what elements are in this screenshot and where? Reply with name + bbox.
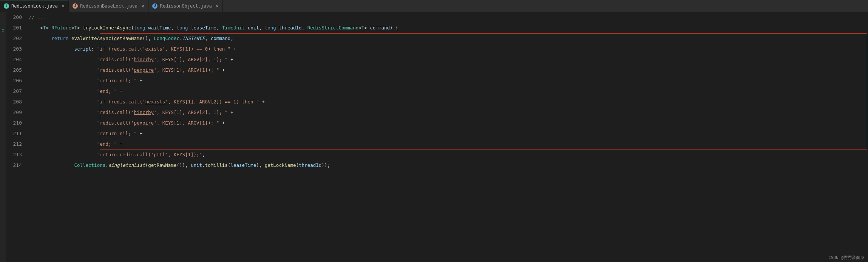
- tab-label-1: RedissonLock.java: [11, 3, 58, 9]
- tab-redissonbaselock[interactable]: J RedissonBaseLock.java ×: [69, 0, 148, 12]
- line-num-213: 213: [6, 149, 22, 160]
- code-line-200: // ...: [29, 12, 868, 23]
- tab-redissonlock[interactable]: J RedissonLock.java ×: [0, 0, 69, 12]
- line-num-205: 205: [6, 65, 22, 76]
- side-indicator-2: ⊙: [2, 25, 5, 35]
- code-line-208: "if (redis.call('hexists', KEYS[1], ARGV…: [29, 97, 868, 107]
- code-line-213: "return redis.call('pttl', KEYS[1]);",: [29, 149, 868, 160]
- tab-icon-1: J: [4, 3, 9, 9]
- side-icons: ⊙: [0, 12, 6, 262]
- line-numbers: 200 201 202 203 204 205 206 207 208 209 …: [6, 12, 25, 262]
- line-num-202: 202: [6, 33, 22, 44]
- line-num-204: 204: [6, 54, 22, 65]
- line-num-209: 209: [6, 107, 22, 118]
- line-num-201: 201: [6, 23, 22, 33]
- line-num-203: 203: [6, 44, 22, 54]
- line-num-206: 206: [6, 76, 22, 86]
- code-line-204: "redis.call('hincrby', KEYS[1], ARGV[2],…: [29, 54, 868, 65]
- line-num-208: 208: [6, 97, 22, 107]
- tab-redissonobject[interactable]: J RedissonObject.java ×: [148, 0, 223, 12]
- tab-icon-2: J: [73, 3, 78, 9]
- code-line-203: script: "if (redis.call('exists', KEYS[1…: [29, 44, 868, 54]
- tab-close-2[interactable]: ×: [141, 3, 144, 9]
- line-num-200: 200: [6, 12, 22, 23]
- code-line-209: "redis.call('hincrby', KEYS[1], ARGV[2],…: [29, 107, 868, 118]
- tabs-bar: J RedissonLock.java × J RedissonBaseLock…: [0, 0, 868, 12]
- csdn-watermark: CSDN @秃秃爱健身: [828, 255, 864, 260]
- code-line-211: "return nil; " +: [29, 128, 868, 139]
- code-line-202: return evalWriteAsync(getRawName(), Long…: [29, 33, 868, 44]
- tab-close-1[interactable]: ×: [62, 3, 65, 9]
- code-line-201: <T> RFuture<T> tryLockInnerAsync(long wa…: [29, 23, 868, 33]
- line-num-207: 207: [6, 86, 22, 97]
- line-num-214: 214: [6, 160, 22, 171]
- line-num-210: 210: [6, 118, 22, 128]
- code-area: ⊙ 200 201 202 203 204 205 206 207 208 20…: [0, 12, 868, 262]
- code-content: // ... <T> RFuture<T> tryLockInnerAsync(…: [25, 12, 868, 262]
- tab-label-3: RedissonObject.java: [160, 3, 212, 9]
- tab-label-2: RedissonBaseLock.java: [80, 3, 137, 9]
- code-line-207: "end; " +: [29, 86, 868, 97]
- code-line-206: "return nil; " +: [29, 76, 868, 86]
- code-line-205: "redis.call('pexpire', KEYS[1], ARGV[1])…: [29, 65, 868, 76]
- code-line-212: "end; " +: [29, 139, 868, 149]
- line-num-211: 211: [6, 128, 22, 139]
- code-line-210: "redis.call('pexpire', KEYS[1], ARGV[1])…: [29, 118, 868, 128]
- line-num-212: 212: [6, 139, 22, 149]
- tab-close-3[interactable]: ×: [216, 3, 219, 9]
- tab-icon-3: J: [152, 3, 158, 9]
- code-line-214: Collections.singletonList(getRawName()),…: [29, 160, 868, 171]
